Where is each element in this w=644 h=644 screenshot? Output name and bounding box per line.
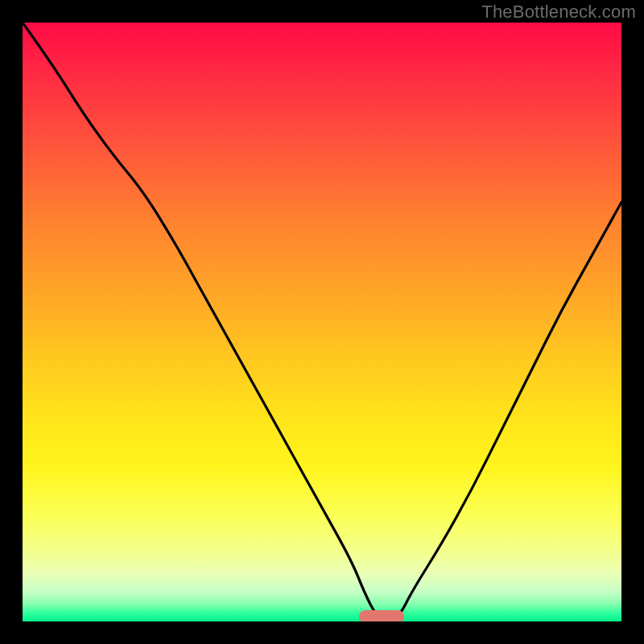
curve-path — [23, 23, 621, 620]
bottleneck-curve — [23, 23, 621, 621]
plot-area — [23, 23, 621, 621]
chart-frame: TheBottleneck.com — [0, 0, 644, 644]
minimum-marker — [359, 610, 404, 621]
watermark-text: TheBottleneck.com — [481, 2, 636, 23]
